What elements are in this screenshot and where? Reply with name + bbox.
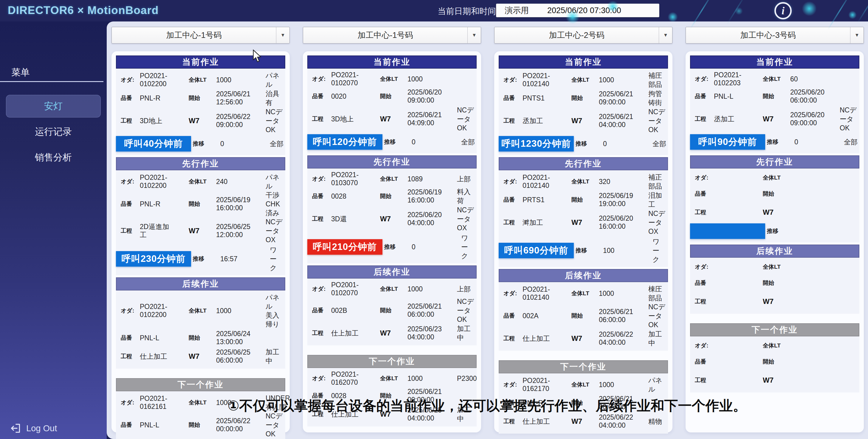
part-label: 品番 <box>695 92 712 100</box>
mouse-cursor <box>252 50 262 64</box>
right-text: 加工中 <box>265 347 283 365</box>
section-header: 先行作业 <box>307 155 476 169</box>
table-row: 工程仕上加工W72025/06/23 04:00:00加工中 <box>307 324 475 342</box>
process-value: 丞加工 <box>523 117 569 125</box>
part-label: 品番 <box>695 358 712 365</box>
table-row: オダ:全体LT <box>690 171 858 185</box>
order-value: PO2021-0102140 <box>523 285 569 301</box>
table-row: 工程仕上加工W72025/06/25 06:00:00加工中 <box>116 347 283 365</box>
right-text: 加工中 <box>648 329 666 347</box>
table-row: 品番0028開始2025/06/19 16:00:00料入荷 <box>307 187 475 205</box>
selector-value: 加工中心-3号码 <box>686 30 850 40</box>
shift-value: W7 <box>189 227 214 235</box>
section-header: 后续作业 <box>307 265 476 279</box>
process-value: 3D地上 <box>140 117 187 125</box>
end-datetime: 2025/06/23 04:00:00 <box>407 325 455 341</box>
logout-button[interactable]: Log Out <box>9 422 57 434</box>
main-area: 加工中心-1号码▼当前作业オダ:PO2021-0102200全体LT1000パネ… <box>107 22 868 439</box>
start-datetime: 2025/06/19 16:00:00 <box>216 196 263 212</box>
right-text: 補正部品 <box>648 173 666 191</box>
table-row: 呼叫90分钟前推移0全部 <box>690 134 858 150</box>
start-label: 開始 <box>189 334 214 342</box>
section-follow: 后续作业オダ:全体LT品番開始工程W7 <box>690 244 859 314</box>
right-text: 加工中 <box>456 324 475 342</box>
start-label: 開始 <box>380 306 406 314</box>
part-label: 品番 <box>503 312 521 320</box>
start-label: 開始 <box>380 193 406 200</box>
sidebar-item-run-log[interactable]: 运行记录 <box>6 120 101 143</box>
right-text: P2300 <box>456 374 477 383</box>
total-lt-value: 1000 <box>599 76 646 84</box>
machine-column: 加工中心-1号码▼当前作业オダ:PO2021-0102070全体LT1000品番… <box>303 27 481 433</box>
section-follow: 后续作业オダ:PO2021-0102200全体LT1000パネル 美入帰り品番P… <box>116 277 285 369</box>
menu-divider <box>0 81 103 82</box>
call-badge <box>690 223 765 239</box>
table-row: 呼叫690分钟前推移100ワーク <box>499 237 666 264</box>
order-label: オダ: <box>312 375 330 382</box>
total-lt-label: 全体LT <box>763 75 788 83</box>
part-value: 002A <box>523 312 569 320</box>
right-text: NCデータOK <box>265 412 283 438</box>
shift-value: W7 <box>763 297 788 306</box>
section-body: オダ:PO2021-0102200全体LT1000パネル品番PNL-R開始202… <box>116 68 285 155</box>
call-badge: 呼叫230分钟前 <box>116 251 191 267</box>
shift-value: W7 <box>189 352 214 360</box>
section-current: 当前作业オダ:PO2021-0102200全体LT1000パネル品番PNL-R開… <box>116 56 285 155</box>
total-lt-value: 1000 <box>216 76 263 84</box>
table-row: 工程W7 <box>690 203 858 222</box>
table-row: オダ:PO2021-0102200全体LT1000パネル 美入帰り <box>116 293 283 329</box>
table-row: 呼叫40分钟前推移0全部 <box>116 136 283 152</box>
table-row: 呼叫120分钟前推移0全部 <box>307 134 475 150</box>
section-header: 先行作业 <box>116 157 285 170</box>
table-row: 呼叫230分钟前推移16:57ワーク <box>116 245 283 272</box>
section-header: 先行作业 <box>690 155 859 169</box>
start-label: 開始 <box>763 279 788 287</box>
total-lt-value: 1000 <box>407 75 455 83</box>
process-label: 工程 <box>503 218 521 226</box>
machine-selector[interactable]: 加工中心-1号码▼ <box>112 27 290 43</box>
section-next: 下一个作业オダ:PO2021-0162070全体LT1000P2300品番002… <box>307 355 476 427</box>
chevron-down-icon: ▼ <box>276 27 289 43</box>
start-datetime: 2025/06/21 06:00:00 <box>407 302 455 319</box>
total-lt-value: 240 <box>216 178 263 186</box>
right-text: ワーク <box>269 245 283 272</box>
table-row: 推移 <box>690 223 858 239</box>
part-label: 品番 <box>121 94 138 102</box>
process-label: 工程 <box>695 376 712 384</box>
table-row: 品番開始 <box>690 185 858 203</box>
sidebar-item-sales-analysis[interactable]: 销售分析 <box>6 146 101 169</box>
machine-column: 加工中心-3号码▼当前作业オダ:PO2021-0102203全体LT60品番PN… <box>686 27 864 433</box>
right-text: NCデータOX <box>265 217 283 244</box>
machine-selector[interactable]: 加工中心-3号码▼ <box>686 27 864 43</box>
call-badge: 呼叫210分钟前 <box>307 239 382 255</box>
total-lt-value: 1000 <box>599 381 646 389</box>
table-row: オダ:PO2021-0102140全体LT1000補圧部品 <box>499 71 666 89</box>
right-text: 治具有 <box>265 89 283 107</box>
section-header: 当前作业 <box>499 56 668 68</box>
call-badge: 呼叫1230分钟前 <box>499 136 574 151</box>
right-text: NCデータOK <box>839 106 858 133</box>
table-row: 工程3D地上W72025/06/22 09:00:00NCデータOK <box>116 107 283 134</box>
part-label: 品番 <box>695 279 712 287</box>
section-body: オダ:PO2021-0102140全体LT1000補圧部品品番PNTS1開始20… <box>499 68 668 155</box>
table-row: オダ:PO2001-0102070全体LT1000上部 <box>307 281 475 297</box>
part-value: PRTS1 <box>523 196 569 204</box>
process-value: 仕上加工 <box>331 329 378 337</box>
table-row: 工程3D還W72025/06/20 04:00:00NCデータOX <box>307 205 475 232</box>
sidebar-item-andon[interactable]: 安灯 <box>6 95 101 117</box>
right-text: 干渉CHK済み <box>265 191 283 217</box>
section-current: 当前作业オダ:PO2021-0102203全体LT60品番PNL-L開始2025… <box>690 56 859 153</box>
shift-value: W7 <box>571 417 597 426</box>
process-value: 仕上加工 <box>140 352 187 360</box>
trend-value: 0 <box>795 138 841 146</box>
table-row: オダ:PO2021-0162170全体LT1000パネル <box>499 376 666 394</box>
call-badge: 呼叫120分钟前 <box>307 134 382 150</box>
process-value: 仕上加工 <box>523 417 569 426</box>
info-icon[interactable]: i <box>774 2 792 19</box>
machine-selector[interactable]: 加工中心-1号码▼ <box>303 27 481 43</box>
machine-card: 当前作业オダ:PO2021-0102200全体LT1000パネル品番PNL-R開… <box>112 51 290 433</box>
shift-value: W7 <box>763 376 788 384</box>
section-header: 后续作业 <box>499 269 668 282</box>
machine-selector[interactable]: 加工中心-2号码▼ <box>494 27 673 43</box>
section-next: 下一个作业オダ:全体LT品番開始工程W7 <box>690 323 859 392</box>
